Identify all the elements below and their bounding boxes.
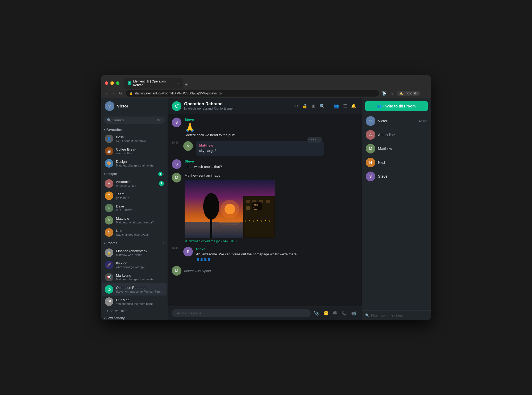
dave-preview: Victor: BING [116, 209, 164, 212]
reply-btn[interactable]: ↪ [313, 138, 316, 142]
boss-info: Boss ok, I'll send it tomorrow [116, 135, 164, 143]
matthew-msg1-content: Matthew city barge? ↩ ↪ ··· [196, 141, 358, 156]
chat-room-avatar: ↺ [172, 101, 181, 111]
coffee-name: Coffee Break [116, 147, 164, 151]
sidebar-item-dave[interactable]: D Dave Victor: BING [102, 202, 167, 214]
react-btn[interactable]: ↩ [309, 138, 312, 142]
team-info: Team! go team!!! [116, 192, 164, 199]
sidebar-item-marketing[interactable]: 📢 Marketing Matthew changed their avatar [102, 271, 167, 283]
city-barge-image[interactable]: THE CITY BARGE [185, 180, 275, 238]
matthew-name-rp: Matthew [378, 147, 427, 151]
download-link[interactable]: ↓Download city-barge.jpg (144.5 KB) [185, 239, 358, 243]
sidebar-item-matthew[interactable]: M Matthew Matthew: what's your vector? [102, 214, 167, 226]
people-section-header[interactable]: ▾ People 1 + [101, 169, 168, 177]
search-shortcut: ⌘K [157, 118, 162, 122]
chat-messages: S Steve 🙏 Sorted! shall we head to the p… [168, 114, 362, 306]
svg-rect-25 [219, 222, 240, 223]
design-avatar: 🎨 [105, 159, 113, 168]
rooms-add-btn[interactable]: + [163, 241, 165, 246]
lock-icon: 🔒 [129, 92, 133, 95]
window-close-btn[interactable] [105, 81, 108, 85]
rooms-section-header[interactable]: ▾ Rooms + [101, 239, 168, 247]
message-group-matthew2: M Matthew sent an image [172, 173, 358, 243]
nav-back-btn[interactable]: ‹ [104, 90, 109, 97]
sidebar-item-operation-rebrand[interactable]: ↺ Operation Rebrand Steve: Ah, awesome. … [102, 283, 167, 296]
voice-call-btn[interactable]: 📞 [340, 310, 348, 317]
sidebar-item-coffee-break[interactable]: ☕ Coffee Break need. coffee. [102, 145, 167, 157]
lock-header-icon[interactable]: 🔒 [301, 102, 309, 110]
low-priority-section-header[interactable]: ▾ Low priority [101, 314, 168, 320]
sidebar-item-our-map[interactable]: 🗺 Our Map You changed the room name [102, 296, 167, 308]
nad-avatar-sidebar: N [105, 228, 113, 237]
attachment-btn[interactable]: 📎 [313, 310, 320, 317]
search-header-icon[interactable]: 🔍 [318, 102, 326, 110]
more-actions-btn[interactable]: ··· [317, 138, 320, 142]
kickoff-avatar: 🚀 [105, 261, 113, 269]
mention-btn[interactable]: @ [332, 310, 338, 317]
sidebar-item-team[interactable]: T Team! go team!!! [102, 190, 167, 202]
tab-close-btn[interactable]: × [177, 82, 179, 85]
msg-emoji: 🙏 [185, 122, 358, 132]
chat-header-actions: ⚙ 🔒 ⊞ 🔍 👥 ☰ 🔔 [293, 102, 358, 110]
active-tab[interactable]: E Element [1] | Operation Rebran... × [124, 78, 183, 89]
sidebar-item-amandine[interactable]: A Amandine Amandine: Hey 1 [102, 177, 167, 190]
new-tab-btn[interactable]: + [183, 81, 190, 89]
notifications-icon[interactable]: 🔔 [350, 102, 358, 110]
incognito-label: Incognito [405, 92, 418, 95]
sidebar-item-nad[interactable]: N Nad Nad changed their avatar [102, 226, 167, 239]
show-more-btn[interactable]: ▾ Show 2 more [101, 308, 168, 314]
marketing-name: Marketing [116, 273, 164, 277]
svg-point-22 [261, 221, 262, 222]
amandine-badge: 1 [159, 181, 164, 186]
right-panel: 👥 Invite to this room V Victor Admin A A… [362, 98, 431, 320]
sidebar-item-kickoff[interactable]: 🚀 Kick-off what could go wrong? [102, 259, 167, 271]
video-call-btn[interactable]: 📹 [350, 310, 358, 317]
favourites-label: Favourites [106, 128, 165, 132]
oprebrand-preview: Steve: Ah, awesome. We can figu... [116, 290, 164, 293]
message-input[interactable] [172, 309, 311, 317]
settings-icon[interactable]: ⚙ [293, 102, 299, 110]
chat-room-name: Operation Rebrand [184, 102, 290, 106]
emoji-btn[interactable]: 😊 [322, 310, 330, 317]
rooms-chevron: ▾ [104, 242, 105, 244]
nav-refresh-btn[interactable]: ↻ [117, 90, 124, 97]
invite-to-room-btn[interactable]: 👥 Invite to this room [365, 101, 428, 111]
sidebar-options-btn[interactable]: ··· [160, 104, 164, 109]
matthew-info: Matthew Matthew: what's your vector? [116, 217, 164, 224]
people-add-btn[interactable]: + [163, 172, 165, 176]
incognito-badge: 🕵 Incognito [397, 91, 420, 96]
member-nad[interactable]: N Nad [364, 156, 429, 169]
bookmark-icon[interactable]: ☆ [389, 90, 394, 96]
cast-icon[interactable]: 📡 [381, 90, 387, 96]
sidebar-item-design[interactable]: 🎨 Design Matthew changed their avatar [102, 157, 167, 169]
threads-icon[interactable]: ☰ [342, 102, 348, 110]
steve-msg3-text: Ah, awesome. We can figure out the homep… [196, 252, 358, 257]
nav-forward-btn[interactable]: › [111, 90, 115, 97]
address-bar[interactable]: 🔒 staging.element.io/#/room/!lSjMRGQVDSp… [126, 90, 379, 97]
svg-text:THE: THE [254, 204, 258, 206]
chat-room-topic: In which we rebrand Riot to Element [184, 107, 290, 110]
victor-avatar: V [366, 116, 375, 126]
filter-members-input[interactable] [371, 313, 428, 317]
sidebar-item-finance[interactable]: 🔒 Finance (encrypted) Matthew was invite… [102, 247, 167, 259]
window-maximize-btn[interactable] [116, 81, 119, 85]
steve-msg1-content: Steve 🙏 Sorted! shall we head to the pub… [185, 118, 358, 138]
members-icon[interactable]: 👥 [332, 102, 340, 110]
apps-icon[interactable]: ⊞ [311, 102, 316, 110]
steve-msg3-content: Steve Ah, awesome. We can figure out the… [196, 247, 358, 261]
favourites-section-header[interactable]: ▾ Favourites [101, 126, 168, 133]
member-matthew[interactable]: M Matthew [364, 142, 429, 156]
amandine-name: Amandine [116, 180, 156, 184]
member-amandine[interactable]: A Amandine [364, 128, 429, 142]
member-steve[interactable]: S Steve [364, 169, 429, 183]
dave-avatar: D [105, 204, 113, 212]
window-minimize-btn[interactable] [110, 81, 114, 85]
sidebar: V Victor ··· 🔍 Search ⌘K ▾ Favourites [101, 98, 168, 320]
chat-header: ↺ Operation Rebrand In which we rebrand … [168, 98, 362, 114]
address-text: staging.element.io/#/room/!lSjMRGQVDSpLj… [134, 92, 223, 95]
menu-icon[interactable]: ⋮ [422, 90, 428, 96]
member-victor[interactable]: V Victor Admin [364, 114, 429, 128]
sidebar-item-boss[interactable]: 👤 Boss ok, I'll send it tomorrow [102, 133, 167, 145]
kickoff-info: Kick-off what could go wrong? [116, 261, 164, 269]
search-button[interactable]: 🔍 Search ⌘K [104, 117, 165, 124]
